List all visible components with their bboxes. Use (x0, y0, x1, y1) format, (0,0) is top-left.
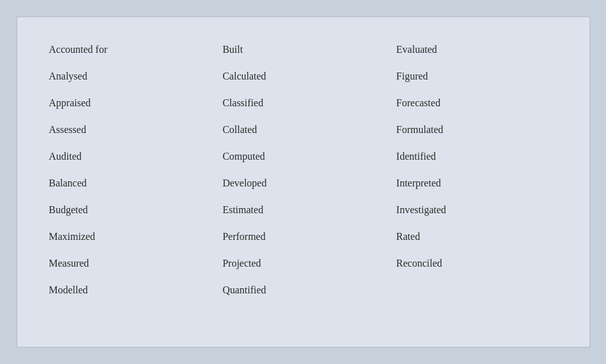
list-item: Accounted for (43, 36, 217, 63)
list-item: Built (216, 36, 390, 63)
list-item: Reconciled (390, 250, 564, 277)
word-grid: Accounted forAnalysedAppraisedAssessedAu… (43, 36, 564, 304)
list-item: Figured (390, 63, 564, 90)
list-item: Budgeted (43, 197, 217, 223)
list-item: Collated (216, 116, 390, 143)
list-item: Assessed (43, 116, 217, 143)
list-item: Measured (43, 250, 217, 277)
list-item: Identified (390, 143, 564, 170)
list-item: Quantified (216, 277, 390, 304)
column-3: EvaluatedFiguredForecastedFormulatedIden… (390, 36, 564, 304)
list-item: Analysed (43, 63, 217, 90)
list-item: Projected (216, 250, 390, 277)
list-item: Evaluated (390, 36, 564, 63)
list-item: Formulated (390, 116, 564, 143)
list-item: Rated (390, 223, 564, 250)
list-item: Balanced (43, 170, 217, 197)
column-2: BuiltCalculatedClassifiedCollatedCompute… (216, 36, 390, 304)
list-item: Modelled (43, 277, 217, 304)
word-list-card: Accounted forAnalysedAppraisedAssessedAu… (17, 17, 590, 347)
list-item: Estimated (216, 197, 390, 223)
list-item: Calculated (216, 63, 390, 90)
list-item: Interpreted (390, 170, 564, 197)
list-item: Computed (216, 143, 390, 170)
list-item: Audited (43, 143, 217, 170)
list-item: Maximized (43, 223, 217, 250)
list-item: Classified (216, 90, 390, 116)
list-item: Forecasted (390, 90, 564, 116)
list-item: Developed (216, 170, 390, 197)
column-1: Accounted forAnalysedAppraisedAssessedAu… (43, 36, 217, 304)
list-item: Investigated (390, 197, 564, 223)
list-item: Appraised (43, 90, 217, 116)
list-item: Performed (216, 223, 390, 250)
